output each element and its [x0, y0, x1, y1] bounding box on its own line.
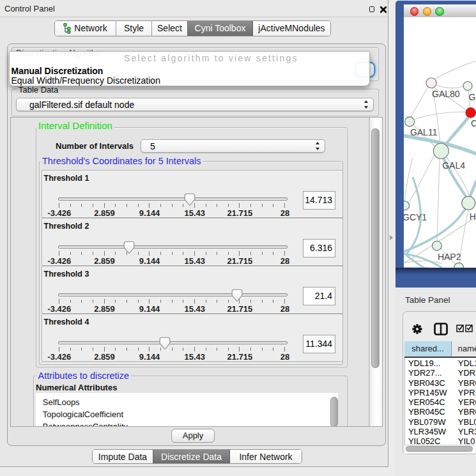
- svg-text:GCY1: GCY1: [404, 212, 427, 222]
- svg-text:H: H: [470, 211, 476, 222]
- svg-text:GAL4: GAL4: [442, 160, 465, 171]
- svg-text:GA: GA: [469, 92, 476, 102]
- svg-text:GAL80: GAL80: [432, 89, 460, 99]
- svg-text:HAP2: HAP2: [438, 252, 461, 262]
- svg-text:C: C: [471, 118, 476, 128]
- svg-text:GAL11: GAL11: [410, 127, 438, 137]
